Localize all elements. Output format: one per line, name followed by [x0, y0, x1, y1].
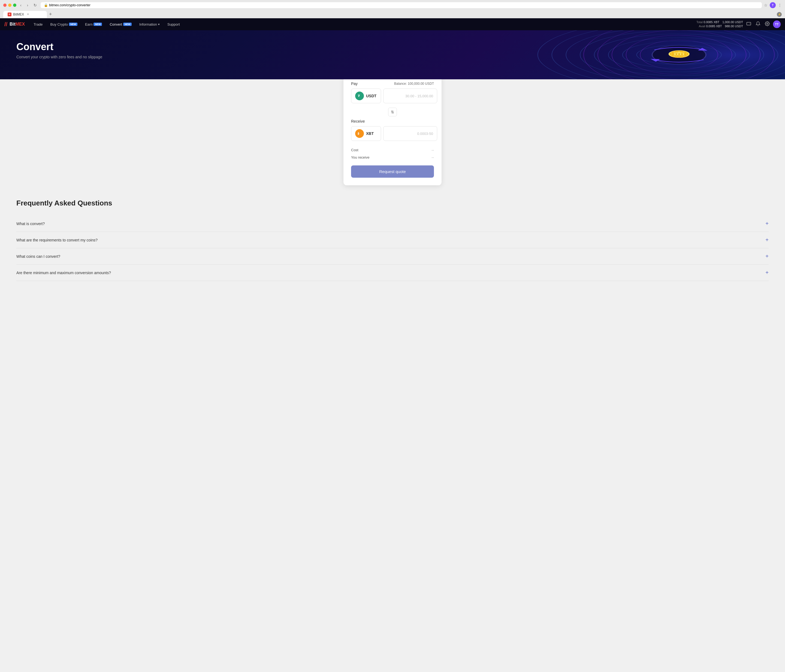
receive-currency-name: XBT: [366, 131, 374, 136]
pay-label: Pay: [351, 81, 358, 86]
avail-label: Avail: [699, 25, 705, 28]
faq-expand-2-icon: +: [765, 237, 769, 243]
back-button[interactable]: ‹: [19, 2, 23, 8]
extensions-button[interactable]: ⚡: [777, 12, 782, 17]
pay-amount-input[interactable]: [383, 89, 437, 103]
brand-name: BitMEX: [9, 22, 25, 27]
close-dot[interactable]: [3, 3, 6, 7]
user-avatar[interactable]: TT: [773, 20, 780, 28]
faq-question-4: Are there minimum and maximum conversion…: [16, 270, 111, 275]
brand-slash-icon: //: [5, 21, 7, 28]
nav-buy-crypto[interactable]: Buy Crypto NEW: [47, 20, 81, 29]
app: // BitMEX Trade Buy Crypto NEW Earn NEW …: [0, 18, 785, 311]
faq-question-2: What are the requirements to convert my …: [16, 238, 98, 242]
convert-card: Pay Balance: 100,000.00 USDT ₮ USDT: [343, 74, 442, 185]
faq-question-3: What coins can I convert?: [16, 254, 60, 259]
nav-convert[interactable]: Convert NEW: [106, 20, 135, 29]
hero-content: Convert Convert your crypto with zero fe…: [16, 41, 769, 59]
faq-expand-4-icon: +: [765, 269, 769, 276]
minimize-dot[interactable]: [8, 3, 11, 7]
swap-btn-wrapper: ⇅: [351, 108, 434, 116]
notifications-button[interactable]: [754, 20, 762, 28]
svg-point-1: [767, 23, 768, 25]
avail-xbt: 0.0085 XBT: [706, 25, 722, 28]
browser-user-avatar[interactable]: T: [770, 2, 776, 8]
lock-icon: 🔒: [44, 3, 48, 7]
navbar: // BitMEX Trade Buy Crypto NEW Earn NEW …: [0, 18, 785, 30]
bookmark-button[interactable]: ☆: [764, 3, 768, 7]
svg-rect-0: [747, 22, 751, 25]
active-tab[interactable]: B BitMEX ✕: [3, 11, 47, 18]
faq-item-2[interactable]: What are the requirements to convert my …: [16, 232, 769, 248]
new-tab-button[interactable]: +: [48, 10, 53, 18]
hero-banner: Convert Convert your crypto with zero fe…: [0, 30, 785, 79]
receive-currency-row: ₿ XBT: [351, 126, 434, 141]
usdt-icon: ₮: [355, 92, 364, 100]
pay-currency-row: ₮ USDT: [351, 89, 434, 103]
faq-expand-1-icon: +: [765, 220, 769, 227]
pay-header: Pay Balance: 100,000.00 USDT: [351, 81, 434, 86]
request-quote-button[interactable]: Request quote: [351, 166, 434, 178]
xbt-icon: ₿: [355, 129, 364, 138]
address-bar[interactable]: 🔒 bitmex.com/crypto-converter: [41, 2, 762, 8]
hero-title: Convert: [16, 41, 769, 53]
browser-dots: [3, 3, 16, 7]
brand-logo[interactable]: // BitMEX: [5, 21, 25, 28]
pay-balance-text: Balance: 100,000.00 USDT: [394, 82, 434, 86]
cost-label: Cost: [351, 148, 358, 152]
nav-information[interactable]: Information ▾: [136, 20, 163, 29]
cost-row: Cost --: [351, 146, 434, 154]
you-receive-label: You receive: [351, 155, 369, 159]
pay-currency-name: USDT: [366, 94, 377, 98]
total-label: Total: [696, 20, 703, 24]
tab-title: BitMEX: [13, 13, 24, 16]
you-receive-value: --: [432, 155, 434, 159]
nav-earn[interactable]: Earn NEW: [82, 20, 105, 29]
faq-item-1[interactable]: What is convert? +: [16, 216, 769, 232]
settings-button[interactable]: [764, 20, 771, 28]
tab-favicon: B: [8, 13, 11, 16]
swap-currencies-button[interactable]: ⇅: [388, 108, 397, 116]
cost-value: --: [432, 148, 434, 152]
url-text: bitmex.com/crypto-converter: [49, 3, 90, 7]
svg-text:₮: ₮: [358, 94, 360, 98]
faq-expand-3-icon: +: [765, 253, 769, 259]
convert-badge: NEW: [123, 23, 131, 26]
convert-card-wrapper: Pay Balance: 100,000.00 USDT ₮ USDT: [0, 74, 785, 185]
faq-item-3[interactable]: What coins can I convert? +: [16, 248, 769, 265]
receive-section: Receive ₿ XBT: [351, 119, 434, 141]
navbar-right: Total 0.0085 XBT 1,000.00 USDT Avail 0.0…: [696, 20, 780, 29]
nav-items: Trade Buy Crypto NEW Earn NEW Convert NE…: [30, 20, 696, 29]
faq-title: Frequently Asked Questions: [16, 199, 769, 207]
maximize-dot[interactable]: [13, 3, 16, 7]
svg-text:₿: ₿: [358, 132, 359, 135]
receive-label: Receive: [351, 119, 434, 123]
nav-support[interactable]: Support: [164, 20, 183, 29]
buy-crypto-badge: NEW: [69, 23, 77, 26]
wallet-button[interactable]: [745, 20, 752, 28]
tab-close-button[interactable]: ✕: [27, 13, 29, 16]
browser-toolbar: ‹ › ↻ 🔒 bitmex.com/crypto-converter ☆ T …: [3, 2, 782, 8]
faq-question-1: What is convert?: [16, 222, 45, 226]
total-usdt: 1,000.00 USDT: [722, 20, 743, 24]
reload-button[interactable]: ↻: [32, 2, 38, 8]
browser-chrome: ‹ › ↻ 🔒 bitmex.com/crypto-converter ☆ T …: [0, 0, 785, 18]
tab-bar: B BitMEX ✕ + ⚡: [3, 10, 782, 18]
forward-button[interactable]: ›: [25, 2, 30, 8]
receive-currency-selector[interactable]: ₿ XBT: [351, 126, 381, 141]
pay-section: Pay Balance: 100,000.00 USDT ₮ USDT: [351, 81, 434, 103]
dropdown-arrow-icon: ▾: [158, 23, 160, 26]
nav-trade[interactable]: Trade: [30, 20, 46, 29]
hero-subtitle: Convert your crypto with zero fees and n…: [16, 55, 769, 59]
main-content: Pay Balance: 100,000.00 USDT ₮ USDT: [0, 74, 785, 311]
more-button[interactable]: ⋮: [778, 3, 782, 7]
earn-badge: NEW: [94, 23, 102, 26]
receive-amount-input[interactable]: [383, 126, 437, 141]
avail-usdt: 988.00 USDT: [725, 25, 743, 28]
balance-info: Total 0.0085 XBT 1,000.00 USDT Avail 0.0…: [696, 20, 743, 29]
faq-item-4[interactable]: Are there minimum and maximum conversion…: [16, 265, 769, 281]
total-xbt: 0.0085 XBT: [704, 20, 719, 24]
faq-section: Frequently Asked Questions What is conve…: [0, 185, 785, 295]
pay-currency-selector[interactable]: ₮ USDT: [351, 89, 381, 103]
you-receive-row: You receive --: [351, 154, 434, 161]
